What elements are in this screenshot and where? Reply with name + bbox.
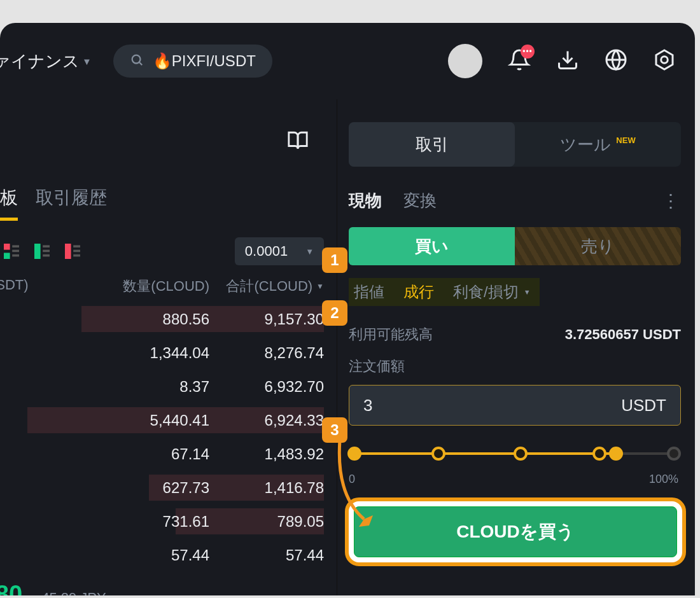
ask-qty: 57.44 bbox=[17, 546, 209, 564]
ask-row[interactable]: 948.376,932.70 bbox=[0, 370, 337, 403]
ask-total: 57.44 bbox=[209, 546, 324, 564]
confirm-highlight: CLOUDを買う bbox=[345, 497, 686, 566]
ask-qty: 627.73 bbox=[17, 479, 209, 497]
chevron-down-icon: ▼ bbox=[82, 56, 92, 67]
subtab-spot[interactable]: 現物 bbox=[349, 190, 382, 212]
ask-price: 92 bbox=[0, 445, 17, 463]
ask-total: 6,924.33 bbox=[209, 412, 324, 429]
svg-rect-15 bbox=[73, 250, 80, 253]
svg-point-0 bbox=[132, 55, 141, 64]
chevron-down-icon: ▼ bbox=[524, 288, 531, 296]
svg-rect-5 bbox=[4, 253, 10, 259]
search-box[interactable]: 🔥PIXFI/USDT bbox=[113, 45, 272, 78]
last-price: .2880 bbox=[0, 581, 22, 595]
ask-qty: 67.14 bbox=[17, 445, 209, 463]
ask-price: 98 bbox=[0, 310, 17, 328]
orderbook-tabs: 板 取引履歴 bbox=[0, 99, 337, 221]
orderbook-panel: 板 取引履歴 0.0001 ▼ bbox=[0, 99, 337, 595]
tab-trade-history[interactable]: 取引履歴 bbox=[36, 186, 107, 221]
step-badge-1: 1 bbox=[322, 247, 347, 273]
ask-row[interactable]: 951,344.048,276.74 bbox=[0, 336, 337, 370]
ask-row[interactable]: 89627.731,416.78 bbox=[0, 471, 337, 504]
tab-trade[interactable]: 取引 bbox=[349, 122, 515, 167]
depth-both-icon[interactable] bbox=[4, 244, 19, 259]
col-total[interactable]: 合計(CLOUD) ▼ bbox=[209, 277, 324, 296]
ask-row[interactable]: 88731.61789.05 bbox=[0, 504, 337, 538]
ask-price: 86 bbox=[0, 546, 17, 564]
globe-icon[interactable] bbox=[605, 48, 627, 74]
notification-badge: ••• bbox=[521, 45, 535, 59]
ask-price: 94 bbox=[0, 378, 17, 396]
precision-dropdown[interactable]: 0.0001 ▼ bbox=[235, 237, 324, 265]
order-amount-label: 注文価額 bbox=[349, 357, 695, 376]
buy-button[interactable]: CLOUDを買う bbox=[354, 506, 677, 557]
order-type-limit[interactable]: 指値 bbox=[354, 282, 384, 302]
right-tabs: 取引 ツール NEW bbox=[349, 122, 681, 167]
more-icon[interactable]: ⋮ bbox=[662, 190, 681, 211]
ask-row[interactable]: 9267.141,483.92 bbox=[0, 437, 337, 471]
ask-total: 1,483.92 bbox=[209, 445, 324, 463]
tab-tools[interactable]: ツール NEW bbox=[515, 122, 681, 167]
ask-row[interactable]: 98880.569,157.30 bbox=[0, 302, 337, 336]
precision-value: 0.0001 bbox=[245, 243, 288, 260]
brand-dropdown[interactable]: ァイナンス ▼ bbox=[0, 50, 92, 73]
ask-price: 89 bbox=[0, 479, 17, 497]
slider-max: 100% bbox=[649, 473, 678, 486]
avatar[interactable] bbox=[448, 44, 482, 78]
tab-orderbook[interactable]: 板 bbox=[0, 186, 18, 221]
svg-rect-10 bbox=[43, 245, 50, 247]
order-panel: 取引 ツール NEW 現物 変換 ⋮ 買い 売り 指値 成行 利食/損切 bbox=[337, 99, 695, 595]
last-price-jpy: ≈45.29 JPY bbox=[34, 590, 106, 595]
order-amount-value: 3 bbox=[363, 396, 372, 415]
step-badge-2: 2 bbox=[322, 300, 347, 326]
order-amount-unit: USDT bbox=[621, 396, 666, 415]
balance-value: 3.72560657 USDT bbox=[565, 326, 681, 343]
chevron-down-icon: ▼ bbox=[316, 282, 324, 291]
search-text: 🔥PIXFI/USDT bbox=[153, 52, 256, 70]
search-icon bbox=[130, 53, 144, 69]
svg-rect-8 bbox=[12, 254, 19, 257]
ask-row[interactable]: 935,440.416,924.33 bbox=[0, 403, 337, 437]
order-type-stoploss[interactable]: 利食/損切 ▼ bbox=[453, 282, 531, 302]
ask-row[interactable]: 8657.4457.44 bbox=[0, 538, 337, 572]
svg-rect-6 bbox=[12, 245, 19, 247]
order-amount-input[interactable]: 3 USDT bbox=[349, 385, 681, 426]
ask-total: 9,157.30 bbox=[209, 310, 324, 328]
svg-rect-4 bbox=[4, 244, 10, 250]
ask-qty: 5,440.41 bbox=[17, 412, 209, 429]
asks-list: 98880.569,157.30951,344.048,276.74948.37… bbox=[0, 302, 337, 572]
docs-icon[interactable] bbox=[287, 130, 309, 154]
depth-asks-icon[interactable] bbox=[65, 244, 80, 259]
top-nav: ァイナンス ▼ 🔥PIXFI/USDT ••• bbox=[0, 23, 695, 99]
subtab-convert[interactable]: 変換 bbox=[403, 190, 437, 212]
ask-total: 789.05 bbox=[209, 513, 324, 531]
svg-point-3 bbox=[661, 57, 668, 64]
download-icon[interactable] bbox=[556, 48, 579, 74]
ask-total: 8,276.74 bbox=[209, 344, 324, 362]
ask-total: 6,932.70 bbox=[209, 378, 324, 396]
order-type-market[interactable]: 成行 bbox=[403, 282, 434, 302]
sell-toggle[interactable]: 売り bbox=[515, 227, 681, 265]
ask-qty: 8.37 bbox=[17, 378, 209, 396]
ask-price: 93 bbox=[0, 412, 17, 429]
ask-price: 95 bbox=[0, 344, 17, 362]
ask-qty: 1,344.04 bbox=[17, 344, 209, 362]
col-qty: 数量(CLOUD) bbox=[36, 277, 209, 296]
svg-rect-12 bbox=[43, 254, 50, 257]
svg-rect-7 bbox=[12, 250, 19, 253]
ask-total: 1,416.78 bbox=[209, 479, 324, 497]
buy-toggle[interactable]: 買い bbox=[349, 227, 515, 265]
notifications-button[interactable]: ••• bbox=[508, 48, 531, 74]
balance-label: 利用可能残高 bbox=[349, 325, 433, 344]
arrow-annotation bbox=[331, 438, 382, 533]
svg-rect-11 bbox=[43, 250, 50, 253]
svg-rect-14 bbox=[73, 245, 80, 247]
brand-label: ァイナンス bbox=[0, 50, 80, 73]
svg-rect-16 bbox=[73, 254, 80, 257]
svg-rect-9 bbox=[34, 244, 41, 259]
settings-icon[interactable] bbox=[653, 48, 676, 74]
amount-slider[interactable] bbox=[349, 452, 678, 462]
new-badge: NEW bbox=[616, 136, 635, 145]
depth-bids-icon[interactable] bbox=[34, 244, 50, 259]
chevron-down-icon: ▼ bbox=[305, 247, 314, 256]
